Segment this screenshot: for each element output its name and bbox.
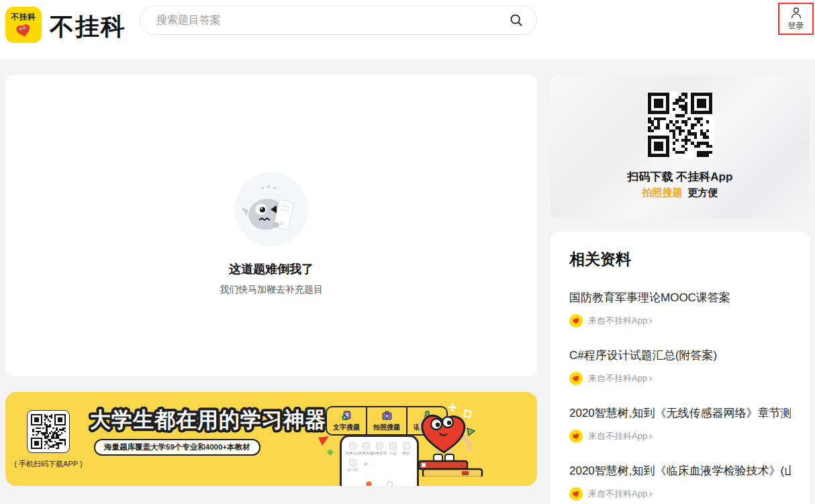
related-item-source: 来自不挂科App <box>588 372 647 385</box>
chevron-right-icon: › <box>649 315 653 327</box>
related-item-title[interactable]: 2020智慧树,知到《临床血液学检验技术》(山… <box>569 463 791 478</box>
chevron-right-icon: › <box>649 488 653 500</box>
empty-state-subtitle: 我们快马加鞭去补充题目 <box>5 284 537 296</box>
related-item-source: 来自不挂科App <box>588 315 647 327</box>
phone-tab-icon <box>387 481 393 486</box>
phone-add-icon: + <box>359 459 373 476</box>
related-materials-card: 相关资料 国防教育军事理论MOOC课答案 来自不挂科App › C#程序设计试题… <box>550 232 810 504</box>
app-logo-icon <box>569 372 583 385</box>
app-logo-icon <box>569 314 583 327</box>
heart-icon <box>15 23 32 39</box>
heart-mascot-icon <box>408 399 491 476</box>
chevron-right-icon: › <box>649 372 653 385</box>
banner-headline: 大学生都在用的学习神器 <box>89 403 328 435</box>
search-icon[interactable] <box>509 13 524 28</box>
related-item[interactable]: C#程序设计试题汇总(附答案) 来自不挂科App › <box>569 348 791 385</box>
chevron-right-icon: › <box>649 430 653 442</box>
empty-state: 这道题难倒我了 我们快马加鞭去补充题目 <box>5 172 537 296</box>
related-item[interactable]: 国防教育军事理论MOOC课答案 来自不挂科App › <box>569 290 791 327</box>
banner-qr-caption: ( 手机扫码下载APP ) <box>9 459 87 469</box>
camera-search-icon <box>381 410 393 421</box>
search-bar <box>140 5 537 35</box>
download-card-highlight: 拍照搜题 <box>642 187 682 198</box>
app-logo-icon-text: 不挂科 <box>11 11 36 23</box>
phone-app-item: 高考咨询 <box>373 442 386 456</box>
login-label: 登录 <box>788 20 804 32</box>
feature-label: 文字搜题 <box>333 423 360 432</box>
phone-app-item: 高考真题 <box>359 442 373 456</box>
phone-app-item: 高考估分 <box>346 442 359 456</box>
related-materials-list: 国防教育军事理论MOOC课答案 来自不挂科App › C#程序设计试题汇总(附答… <box>569 290 791 501</box>
diamond-decoration-icon <box>326 448 334 456</box>
download-app-banner[interactable]: ( 手机扫码下载APP ) 大学生都在用的学习神器 海量题库覆盖大学59个专业和… <box>5 392 537 486</box>
empty-state-illustration <box>234 172 308 246</box>
text-search-icon <box>341 410 352 421</box>
svg-text:大学生都在用的学习神器: 大学生都在用的学习神器 <box>90 408 326 432</box>
header: 不挂科 不挂科 登录 <box>0 0 815 59</box>
feature-text-search: 文字搜题 <box>327 407 366 434</box>
related-item[interactable]: 2020智慧树,知到《临床血液学检验技术》(山… 来自不挂科App › <box>569 463 791 501</box>
login-button[interactable]: 登录 <box>778 3 814 35</box>
feature-label: 拍照搜题 <box>373 423 400 432</box>
download-qr-code <box>646 91 714 158</box>
related-item-title[interactable]: C#程序设计试题汇总(附答案) <box>569 348 791 363</box>
download-card-subtitle: 拍照搜题 更方便 <box>550 187 810 199</box>
app-logo-icon <box>569 430 583 443</box>
banner-badge: 海量题库覆盖大学59个专业和4000+本教材 <box>94 439 260 456</box>
related-materials-title: 相关资料 <box>569 249 791 270</box>
related-item-title[interactable]: 国防教育军事理论MOOC课答案 <box>569 290 791 305</box>
search-input[interactable] <box>140 5 537 35</box>
app-logo-icon <box>569 487 583 501</box>
empty-state-title: 这道题难倒我了 <box>5 261 537 277</box>
triangle-decoration-icon <box>317 435 332 448</box>
app-logo-icon[interactable]: 不挂科 <box>5 7 42 43</box>
app-download-card: 扫码下载 不挂科App 拍照搜题 更方便 <box>550 75 810 219</box>
result-panel: 这道题难倒我了 我们快马加鞭去补充题目 <box>5 75 537 376</box>
user-icon <box>789 6 803 19</box>
site-title[interactable]: 不挂科 <box>50 11 126 44</box>
phone-mockup: 高考估分 高考真题 高考咨询 小说 教材 问一问 + <box>340 435 419 486</box>
phone-app-item: 问一问 <box>346 459 359 473</box>
phone-tab-icon <box>366 481 372 486</box>
download-card-title: 扫码下载 不挂科App <box>550 169 810 185</box>
feature-photo-search: 拍照搜题 <box>366 407 406 434</box>
mascot-illustration-icon <box>234 172 308 246</box>
related-item[interactable]: 2020智慧树,知到《无线传感器网络》章节测… 来自不挂科App › <box>569 405 791 443</box>
related-item-source: 来自不挂科App <box>588 430 647 442</box>
related-item-source: 来自不挂科App <box>588 488 647 500</box>
related-item-title[interactable]: 2020智慧树,知到《无线传感器网络》章节测… <box>569 405 791 421</box>
phone-app-item: 小说 <box>386 442 399 456</box>
banner-qr-code <box>27 410 70 453</box>
